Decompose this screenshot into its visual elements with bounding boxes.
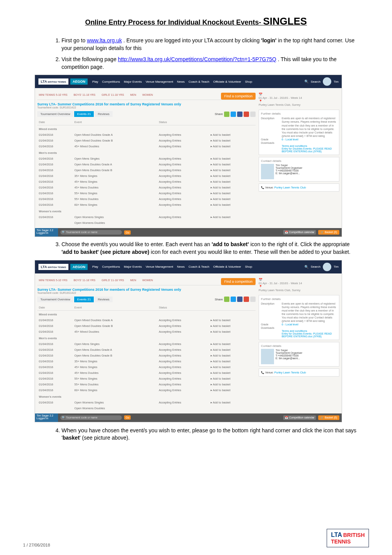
venue-link[interactable]: Purley Lawn Tennis Club — [274, 186, 306, 189]
user-name[interactable]: Tim — [334, 80, 339, 83]
cell-event-name[interactable]: 45+ Mixed Doubles — [73, 329, 158, 335]
tab-reviews[interactable]: Reviews — [95, 297, 112, 302]
nav-shop[interactable]: Shop — [245, 80, 252, 83]
share-mail-icon[interactable] — [250, 112, 256, 117]
venue-link[interactable]: Purley Lawn Tennis Club — [274, 371, 306, 374]
cell-event-name[interactable]: Open Mens Singles — [73, 156, 158, 162]
share-sharethis-icon[interactable] — [224, 297, 229, 302]
share-twitter-icon[interactable] — [231, 112, 236, 117]
tab-women[interactable]: WOMEN — [141, 278, 154, 282]
go-button[interactable]: Go — [124, 415, 131, 420]
add-to-basket-link[interactable]: ▸ Add to basket — [209, 323, 256, 329]
nav-venue-management[interactable]: Venue Management — [146, 80, 173, 83]
nav-news[interactable]: News — [177, 265, 185, 268]
nav-competitions[interactable]: Competitions — [102, 265, 120, 268]
cell-event-name[interactable]: 35+ Mens Singles — [73, 173, 158, 179]
add-to-basket-link[interactable]: ▸ Add to basket — [209, 132, 256, 138]
find-competition-button[interactable]: Find a competition — [221, 93, 256, 100]
tab-reviews[interactable]: Reviews — [95, 111, 112, 117]
tab-overview[interactable]: Tournament Overview — [37, 111, 73, 117]
download-terms-link[interactable]: Terms and conditions — [282, 145, 337, 147]
add-to-basket-link[interactable]: ▸ Add to basket — [209, 317, 256, 323]
competition-calendar-button[interactable]: 📅 Competition calendar — [283, 230, 316, 235]
user-name[interactable]: Tim — [334, 265, 339, 268]
share-sharethis-icon[interactable] — [224, 112, 229, 117]
add-to-basket-link[interactable]: ▸ Add to basket — [209, 167, 256, 173]
cell-event-name[interactable]: 45+ Mens Doubles — [73, 370, 158, 376]
cell-event-name[interactable]: Open Mens Doubles Grade A — [73, 162, 158, 167]
add-to-basket-link[interactable]: ▸ Add to basket — [209, 353, 256, 358]
tab-boys[interactable]: BOYS' 11-18 YRS — [72, 93, 97, 97]
cell-event-name[interactable]: Open Mixed Doubles Grade A — [73, 132, 158, 138]
add-to-basket-link[interactable]: ▸ Add to basket — [209, 364, 256, 370]
share-twitter-icon[interactable] — [231, 297, 236, 302]
add-to-basket-link[interactable]: ▸ Add to basket — [209, 162, 256, 167]
cell-event-name[interactable]: 35+ Mens Singles — [73, 358, 158, 364]
go-button[interactable]: Go — [124, 230, 131, 235]
add-to-basket-link[interactable]: ▸ Add to basket — [209, 358, 256, 364]
search-label[interactable]: Search — [311, 80, 321, 83]
cell-event-name[interactable]: 55+ Mens Singles — [73, 376, 158, 382]
add-to-basket-link[interactable]: ▸ Add to basket — [209, 387, 256, 393]
tab-men[interactable]: MEN — [129, 93, 138, 97]
tab-men[interactable]: MEN — [129, 278, 138, 282]
cell-event-name[interactable]: 60+ Mens Singles — [73, 202, 158, 208]
cell-event-name[interactable]: Open Womens Doubles — [73, 220, 158, 226]
cell-event-name[interactable]: 55+ Mens Doubles — [73, 382, 158, 387]
download-terms-link[interactable]: Terms and conditions — [282, 330, 337, 332]
nav-play[interactable]: Play — [92, 265, 98, 268]
tab-mini-tennis[interactable]: MINI TENNIS 5-10 YRS — [37, 278, 69, 282]
add-to-basket-link[interactable]: ▸ Add to basket — [209, 382, 256, 387]
cell-event-name[interactable]: 55+ Mens Doubles — [73, 196, 158, 202]
search-icon[interactable] — [304, 265, 309, 269]
cell-event-name[interactable]: 55+ Mens Singles — [73, 190, 158, 196]
tournament-search-input[interactable]: Tournament code or name — [60, 230, 122, 235]
add-to-basket-link[interactable]: ▸ Add to basket — [209, 196, 256, 202]
add-to-basket-link[interactable]: ▸ Add to basket — [209, 190, 256, 196]
cell-event-name[interactable]: Open Mens Doubles Grade B — [73, 167, 158, 173]
add-to-basket-link[interactable]: ▸ Add to basket — [209, 156, 256, 162]
nav-shop[interactable]: Shop — [245, 265, 252, 268]
add-to-basket-link[interactable]: ▸ Add to basket — [209, 329, 256, 335]
nav-news[interactable]: News — [177, 80, 185, 83]
tab-events[interactable]: Events 21 — [74, 297, 94, 302]
search-icon[interactable] — [304, 80, 309, 83]
avatar[interactable] — [323, 77, 331, 86]
tab-girls[interactable]: GIRLS' 11-18 YRS — [100, 278, 125, 282]
add-to-basket-link[interactable]: ▸ Add to basket — [209, 185, 256, 190]
cell-event-name[interactable]: Open Mixed Doubles Grade A — [73, 317, 158, 323]
share-google-icon[interactable] — [244, 112, 249, 117]
cell-event-name[interactable]: 45+ Mens Singles — [73, 364, 158, 370]
add-to-basket-link[interactable]: ▸ Add to basket — [209, 143, 256, 149]
add-to-basket-link[interactable]: ▸ Add to basket — [209, 179, 256, 185]
add-to-basket-link[interactable]: ▸ Add to basket — [209, 347, 256, 353]
avatar[interactable] — [323, 263, 331, 271]
cell-event-name[interactable]: Open Mixed Doubles Grade B — [73, 323, 158, 329]
tab-women[interactable]: WOMEN — [141, 93, 154, 97]
cell-event-name[interactable]: Open Mens Doubles Grade B — [73, 353, 158, 358]
nav-officiate-volunteer[interactable]: Officiate & Volunteer — [213, 80, 241, 83]
add-to-basket-link[interactable]: ▸ Add to basket — [209, 173, 256, 179]
basket-button[interactable]: 🛒 Basket (0) — [318, 230, 339, 235]
nav-major-events[interactable]: Major Events — [124, 265, 142, 268]
competition-link[interactable]: http://www3.lta.org.uk/Competitions/Comp… — [118, 56, 276, 62]
share-facebook-icon[interactable] — [237, 112, 243, 117]
nav-coach-teach[interactable]: Coach & Teach — [189, 80, 209, 83]
add-to-basket-link[interactable]: ▸ Add to basket — [209, 202, 256, 208]
cell-event-name[interactable]: 45+ Mens Singles — [73, 179, 158, 185]
basket-button[interactable]: 🛒 Basket (0) — [318, 415, 339, 420]
cell-event-name[interactable]: 45+ Mens Doubles — [73, 185, 158, 190]
find-competition-button[interactable]: Find a competition — [221, 278, 256, 285]
share-google-icon[interactable] — [244, 297, 249, 302]
nav-officiate-volunteer[interactable]: Officiate & Volunteer — [213, 265, 241, 268]
add-to-basket-link[interactable]: ▸ Add to basket — [209, 138, 256, 143]
nav-competitions[interactable]: Competitions — [102, 80, 120, 83]
add-to-basket-link[interactable] — [209, 220, 256, 226]
lta-link[interactable]: www.lta.org.uk — [87, 37, 122, 43]
add-to-basket-link[interactable]: ▸ Add to basket — [209, 341, 256, 347]
nav-coach-teach[interactable]: Coach & Teach — [189, 265, 209, 268]
share-facebook-icon[interactable] — [237, 297, 243, 302]
tab-events[interactable]: Events 21 — [74, 111, 94, 117]
download-entry-doc-link[interactable]: Entry for Doubles Events- PLEASE READ BE… — [282, 147, 337, 153]
tab-mini-tennis[interactable]: MINI TENNIS 5-10 YRS — [37, 93, 69, 97]
